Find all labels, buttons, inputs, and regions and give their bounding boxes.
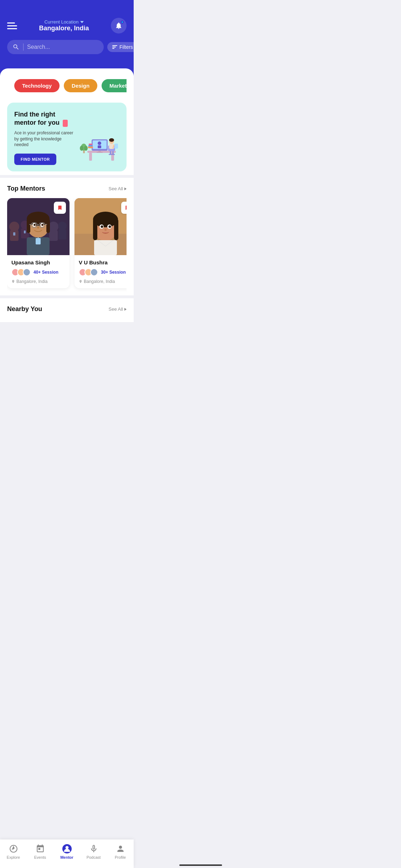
svg-rect-24: [89, 144, 92, 145]
svg-rect-39: [46, 219, 50, 233]
location-center: Current Location Bangalore, India: [39, 19, 89, 32]
notification-dot: [121, 21, 124, 24]
mentor-location-upasana: Bangalore, India: [11, 279, 65, 284]
nearby-see-all[interactable]: See All: [109, 306, 127, 312]
mentor-card-bushra[interactable]: V U Bushra 30+ Session Bangalore, India: [74, 198, 127, 288]
avatar-stack-bushra: [79, 268, 96, 276]
find-mentor-button[interactable]: FIND MENTOR: [14, 154, 56, 165]
svg-rect-22: [88, 146, 93, 148]
svg-point-32: [58, 222, 67, 230]
svg-point-30: [48, 222, 58, 232]
mentor-location-bushra: Bangalore, India: [79, 279, 127, 284]
category-chip-technology[interactable]: Technology: [14, 79, 60, 92]
see-all-arrow-icon: [124, 187, 127, 190]
notification-button[interactable]: [111, 18, 127, 33]
mentor-illustration-svg: [77, 126, 119, 165]
svg-rect-38: [27, 219, 30, 233]
nearby-see-all-arrow-icon: [124, 308, 127, 311]
header: Current Location Bangalore, India: [0, 0, 134, 68]
svg-rect-23: [88, 145, 93, 146]
nearby-title: Nearby You: [7, 305, 42, 313]
banner-title: Find the right mentor for you: [14, 110, 77, 127]
top-mentors-see-all[interactable]: See All: [109, 186, 127, 191]
mentor-card-upasana[interactable]: Upasana Singh 40+ Session Bangalore, Ind…: [7, 198, 70, 288]
svg-rect-33: [58, 229, 66, 239]
location-pin-icon-bushra: [79, 279, 82, 284]
session-count-upasana: 40+ Session: [34, 270, 58, 275]
category-chip-marketing[interactable]: Marketing: [102, 79, 127, 92]
search-bar: [7, 40, 104, 54]
category-chip-design[interactable]: Design: [64, 79, 97, 92]
svg-point-26: [9, 222, 19, 232]
svg-point-63: [109, 226, 111, 228]
banner-section: Find the right mentor for you Ace in you…: [0, 98, 134, 175]
svg-rect-1: [89, 153, 92, 161]
svg-rect-59: [114, 219, 118, 240]
mentor-cards-list: Upasana Singh 40+ Session Bangalore, Ind…: [7, 198, 127, 292]
banner-card: Find the right mentor for you Ace in you…: [7, 103, 127, 171]
svg-point-21: [84, 146, 88, 151]
top-mentors-section: Top Mentors See All: [0, 178, 134, 295]
location-text-bushra: Bangalore, India: [84, 279, 115, 284]
svg-point-43: [41, 224, 43, 226]
svg-rect-58: [93, 219, 97, 240]
search-divider: [23, 43, 24, 51]
filters-label: Filters: [119, 44, 133, 50]
mentor-meta-upasana: 40+ Session: [11, 268, 65, 276]
nearby-section: Nearby You See All: [0, 298, 134, 322]
svg-point-64: [104, 229, 107, 231]
svg-rect-65: [94, 240, 117, 255]
svg-point-20: [80, 146, 83, 151]
categories-list: Technology Design Marketing Business: [7, 74, 127, 96]
session-count-bushra: 30+ Session: [101, 270, 126, 275]
mentor-card-image-bushra: [74, 198, 127, 255]
location-city: Bangalore, India: [39, 25, 89, 32]
svg-rect-35: [24, 231, 26, 233]
svg-rect-31: [49, 230, 58, 241]
filters-button[interactable]: Filters: [107, 42, 134, 52]
mentor-name-upasana: Upasana Singh: [11, 259, 65, 265]
svg-point-14: [109, 138, 114, 142]
banner-subtitle: Ace in your professional career by getti…: [14, 130, 77, 148]
chevron-down-icon: [80, 21, 84, 23]
svg-rect-17: [114, 144, 118, 149]
svg-point-5: [98, 141, 101, 145]
mentor-name-bushra: V U Bushra: [79, 259, 127, 265]
avatar-small-b3: [90, 268, 98, 276]
svg-rect-51: [36, 238, 41, 244]
bookmark-button-bushra[interactable]: [121, 202, 127, 214]
svg-rect-12: [109, 154, 115, 155]
svg-point-62: [101, 226, 103, 228]
mentor-card-image-upasana: [7, 198, 70, 255]
bookmark-icon: [57, 205, 63, 211]
mentor-card-info-bushra: V U Bushra 30+ Session Bangalore, India: [74, 255, 127, 288]
banner-content: Find the right mentor for you Ace in you…: [14, 110, 77, 165]
bushra-photo-svg: [74, 198, 127, 255]
avatar-stack-upasana: [11, 268, 29, 276]
search-input[interactable]: [27, 44, 98, 50]
hamburger-menu[interactable]: [7, 22, 17, 29]
svg-rect-6: [98, 145, 101, 148]
bookmark-icon-bushra: [124, 205, 127, 211]
svg-rect-34: [13, 232, 15, 236]
search-icon: [12, 43, 20, 51]
location-label[interactable]: Current Location: [39, 19, 89, 25]
mentor-card-info-upasana: Upasana Singh 40+ Session Bangalore, Ind…: [7, 255, 70, 288]
svg-rect-8: [97, 152, 103, 153]
avatar-small-3: [23, 268, 31, 276]
filters-icon: [112, 45, 117, 49]
location-pin-icon: [11, 279, 15, 284]
top-mentors-title: Top Mentors: [7, 185, 45, 192]
location-text-upasana: Bangalore, India: [16, 279, 47, 284]
svg-point-42: [34, 224, 36, 226]
mentor-meta-bushra: 30+ Session: [79, 268, 127, 276]
banner-illustration: [77, 126, 119, 165]
bookmark-button-upasana[interactable]: [54, 202, 66, 214]
svg-point-49: [37, 227, 39, 228]
